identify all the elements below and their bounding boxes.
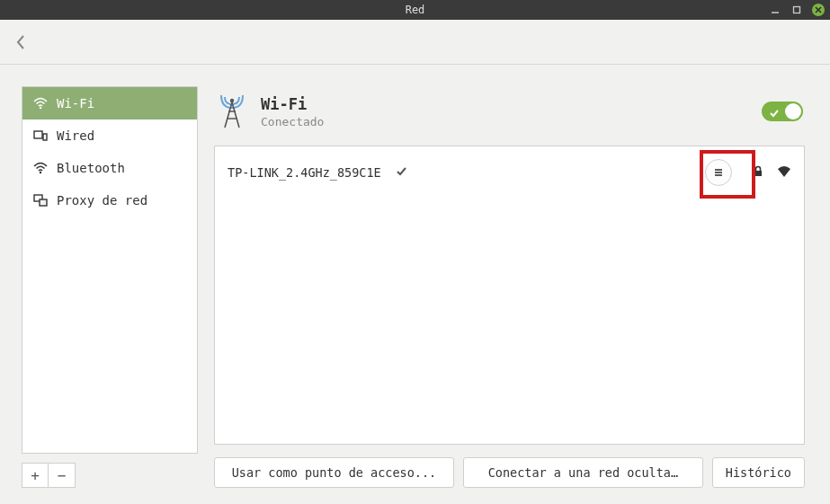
sidebar-item-label: Bluetooth [57, 161, 125, 175]
wifi-icon [33, 96, 48, 111]
hotspot-button[interactable]: Usar como punto de acceso... [214, 457, 454, 488]
svg-rect-12 [754, 171, 762, 176]
sidebar-item-label: Wired [57, 128, 94, 143]
lock-icon [752, 165, 764, 181]
sidebar-item-bluetooth[interactable]: Bluetooth [22, 152, 197, 184]
proxy-icon [33, 193, 48, 208]
maximize-button[interactable] [790, 4, 803, 16]
minimize-button[interactable] [769, 4, 781, 16]
titlebar: Red [0, 0, 830, 20]
svg-rect-4 [43, 134, 47, 140]
svg-point-8 [230, 99, 234, 102]
svg-rect-1 [794, 7, 800, 13]
bottom-buttons: Usar como punto de acceso... Conectar a … [214, 457, 805, 488]
network-ssid: TP-LINK_2.4GHz_859C1E [228, 165, 381, 180]
history-button[interactable]: Histórico [712, 457, 805, 488]
remove-connection-button[interactable]: − [49, 463, 76, 488]
window-controls [769, 4, 825, 16]
sidebar-item-wifi[interactable]: Wi-Fi [22, 87, 197, 119]
back-button[interactable] [13, 33, 31, 51]
sidebar-item-label: Wi-Fi [57, 96, 94, 111]
svg-rect-3 [34, 131, 42, 138]
bluetooth-icon [33, 161, 48, 175]
ethernet-icon [33, 128, 48, 143]
sidebar-item-proxy[interactable]: Proxy de red [22, 184, 197, 217]
svg-point-5 [40, 172, 41, 173]
page-title: Wi-Fi [261, 95, 749, 113]
antenna-icon [216, 92, 248, 131]
signal-icon [777, 165, 791, 181]
toggle-knob [785, 103, 801, 119]
close-button[interactable] [812, 4, 825, 16]
wifi-toggle[interactable] [762, 102, 803, 121]
hamburger-icon [712, 166, 725, 179]
connected-check-icon [396, 165, 407, 180]
content-area: Wi-Fi Wired Bluetooth Proxy de red [0, 65, 830, 504]
sidebar-list: Wi-Fi Wired Bluetooth Proxy de red [22, 86, 198, 454]
network-settings-button[interactable] [705, 159, 732, 186]
sidebar: Wi-Fi Wired Bluetooth Proxy de red [22, 86, 198, 488]
sidebar-item-wired[interactable]: Wired [22, 119, 197, 152]
main-titles: Wi-Fi Conectado [261, 95, 749, 128]
window-title: Red [406, 4, 425, 16]
network-list: TP-LINK_2.4GHz_859C1E [214, 146, 805, 445]
status-text: Conectado [261, 115, 749, 128]
sidebar-item-label: Proxy de red [57, 193, 147, 208]
network-row[interactable]: TP-LINK_2.4GHz_859C1E [228, 159, 791, 186]
main-header: Wi-Fi Conectado [214, 86, 805, 146]
svg-rect-7 [40, 199, 47, 206]
check-icon [769, 105, 780, 122]
svg-point-2 [40, 107, 41, 109]
main-panel: Wi-Fi Conectado TP-LINK_2.4GHz_859C1E [214, 86, 805, 488]
header-bar [0, 20, 830, 65]
connect-hidden-button[interactable]: Conectar a una red oculta… [463, 457, 703, 488]
sidebar-buttons: + − [22, 463, 198, 488]
add-connection-button[interactable]: + [22, 463, 49, 488]
